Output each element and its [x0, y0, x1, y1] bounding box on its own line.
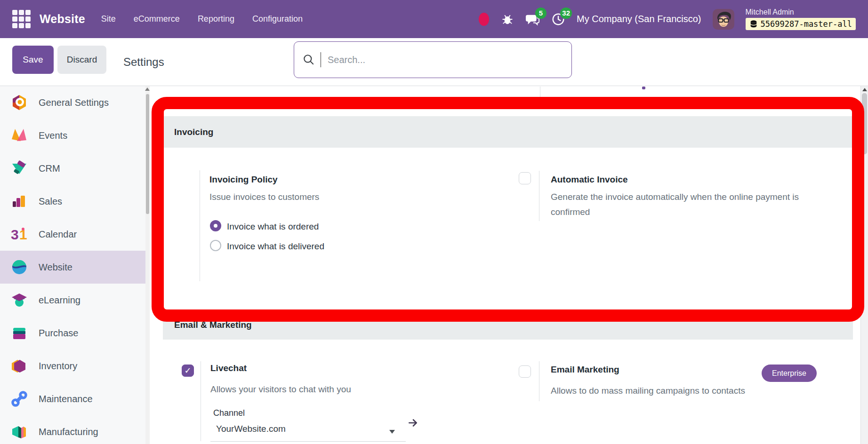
invoicing-policy-label: Invoicing Policy: [209, 174, 278, 185]
setting-divider: [539, 171, 539, 221]
menu-reporting[interactable]: Reporting: [198, 14, 234, 24]
control-bar: Save Discard Settings: [0, 38, 868, 86]
email-marketing-desc: Allows to do mass mailing campaigns to c…: [551, 383, 745, 398]
app-name[interactable]: Website: [40, 12, 85, 26]
invoicing-policy-desc: Issue invoices to customers: [209, 190, 319, 205]
previous-row-fragment: [642, 87, 645, 89]
messages-count-badge: 5: [535, 8, 547, 19]
database-icon: [749, 20, 758, 28]
setting-divider: [200, 170, 200, 281]
activity-count-badge: 32: [560, 8, 572, 19]
sidebar-item-elearning[interactable]: eLearning: [0, 284, 145, 317]
save-button[interactable]: Save: [12, 46, 54, 74]
sidebar-item-crm[interactable]: CRM: [0, 152, 145, 185]
previous-row-divider: [540, 87, 540, 97]
activity-clock-icon[interactable]: 32: [551, 12, 565, 26]
enterprise-badge: Enterprise: [762, 365, 817, 382]
text-caret: [321, 52, 321, 67]
purchase-icon: [10, 324, 28, 342]
search-input[interactable]: [328, 55, 563, 65]
sidebar-item-website[interactable]: Website: [0, 251, 145, 284]
crm-icon: [10, 159, 28, 177]
sidebar-item-maintenance[interactable]: Maintenance: [0, 382, 145, 415]
internal-link-arrow-icon[interactable]: [408, 417, 419, 430]
sidebar-item-purchase[interactable]: Purchase: [0, 317, 145, 349]
sales-icon: [10, 192, 28, 210]
channel-select[interactable]: YourWebsite.com: [216, 424, 286, 434]
elearning-icon: [10, 291, 28, 309]
livechat-checkbox[interactable]: ✓: [182, 365, 194, 377]
apps-grid-icon[interactable]: [12, 10, 31, 29]
discard-button[interactable]: Discard: [57, 46, 106, 74]
menu-ecommerce[interactable]: eCommerce: [134, 14, 180, 24]
sidebar-item-label: Events: [39, 130, 67, 141]
automatic-invoice-desc: Generate the invoice automatically when …: [551, 190, 824, 220]
menu-configuration[interactable]: Configuration: [252, 14, 303, 24]
general-settings-icon: [10, 94, 28, 111]
section-header-email-marketing: Email & Marketing: [163, 310, 853, 340]
website-icon: [10, 258, 28, 276]
radio-invoice-delivered[interactable]: [210, 240, 221, 251]
chevron-down-icon[interactable]: [389, 430, 395, 434]
sidebar-item-events[interactable]: Events: [0, 119, 145, 152]
sidebar-item-label: CRM: [39, 163, 60, 174]
email-marketing-checkbox[interactable]: [519, 365, 531, 378]
sidebar-item-label: Inventory: [39, 361, 77, 372]
bug-icon[interactable]: [500, 12, 514, 26]
sidebar-item-label: Manufacturing: [39, 427, 98, 437]
section-header-invoicing: Invoicing: [163, 116, 853, 148]
inventory-icon: [10, 357, 28, 375]
user-name: Mitchell Admin: [746, 8, 856, 16]
sidebar-item-inventory[interactable]: Inventory: [0, 349, 145, 382]
events-icon: [10, 127, 28, 144]
settings-sidebar: General Settings Events: [0, 86, 145, 444]
sidebar-item-sales[interactable]: Sales: [0, 185, 145, 218]
sidebar-item-label: Purchase: [39, 328, 79, 339]
main-scrollbar-thumb[interactable]: [862, 93, 867, 154]
section-title: Email & Marketing: [174, 320, 252, 330]
sidebar-scrollbar[interactable]: [145, 86, 150, 444]
database-badge: 55699287-master-all: [746, 18, 856, 30]
sidebar-item-manufacturing[interactable]: Manufacturing: [0, 415, 145, 444]
maintenance-icon: [10, 390, 28, 408]
radio-invoice-delivered-label[interactable]: Invoice what is delivered: [227, 238, 354, 255]
record-icon[interactable]: [479, 13, 489, 26]
sidebar-item-label: Calendar: [39, 229, 77, 240]
section-title: Invoicing: [174, 127, 213, 137]
sidebar-item-general-settings[interactable]: General Settings: [0, 86, 145, 119]
database-name: 55699287-master-all: [761, 19, 852, 29]
sidebar-item-label: Maintenance: [39, 394, 93, 404]
automatic-invoice-label: Automatic Invoice: [551, 174, 628, 185]
scroll-up-icon[interactable]: [145, 87, 150, 91]
setting-divider: [539, 361, 539, 401]
livechat-label: Livechat: [210, 363, 247, 373]
search-box[interactable]: [294, 41, 572, 78]
radio-invoice-ordered[interactable]: [210, 220, 221, 231]
top-navbar: Website Site eCommerce Reporting Configu…: [0, 0, 868, 38]
company-switcher[interactable]: My Company (San Francisco): [577, 14, 701, 24]
manufacturing-icon: [10, 423, 28, 441]
sidebar-item-label: Website: [39, 262, 72, 273]
radio-invoice-ordered-label[interactable]: Invoice what is ordered: [227, 218, 354, 235]
content-area: Invoicing Invoicing Policy Issue invoice…: [0, 86, 868, 444]
messages-icon[interactable]: 5: [526, 12, 540, 26]
scroll-up-icon[interactable]: [862, 88, 867, 91]
sidebar-scrollbar-thumb[interactable]: [146, 94, 149, 214]
sidebar-item-label: Sales: [39, 196, 62, 207]
menu-site[interactable]: Site: [101, 14, 116, 24]
page-title: Settings: [123, 38, 164, 86]
sidebar-item-label: General Settings: [39, 97, 109, 108]
setting-divider: [201, 361, 201, 441]
odoo-settings-screen: Website Site eCommerce Reporting Configu…: [0, 0, 868, 444]
navbar-right: 5 32 My Company (San Francisco): [479, 8, 856, 30]
top-menu: Site eCommerce Reporting Configuration: [101, 14, 303, 24]
search-icon: [303, 54, 315, 66]
avatar[interactable]: [713, 9, 734, 30]
channel-select-underline: [210, 441, 406, 442]
automatic-invoice-checkbox[interactable]: [519, 172, 531, 184]
user-info[interactable]: Mitchell Admin 55699287-master-all: [746, 8, 856, 30]
svg-text:3: 3: [11, 227, 19, 242]
sidebar-item-label: eLearning: [39, 295, 80, 306]
main-scrollbar[interactable]: [860, 86, 868, 444]
sidebar-item-calendar[interactable]: 3 1 Calendar: [0, 218, 145, 251]
